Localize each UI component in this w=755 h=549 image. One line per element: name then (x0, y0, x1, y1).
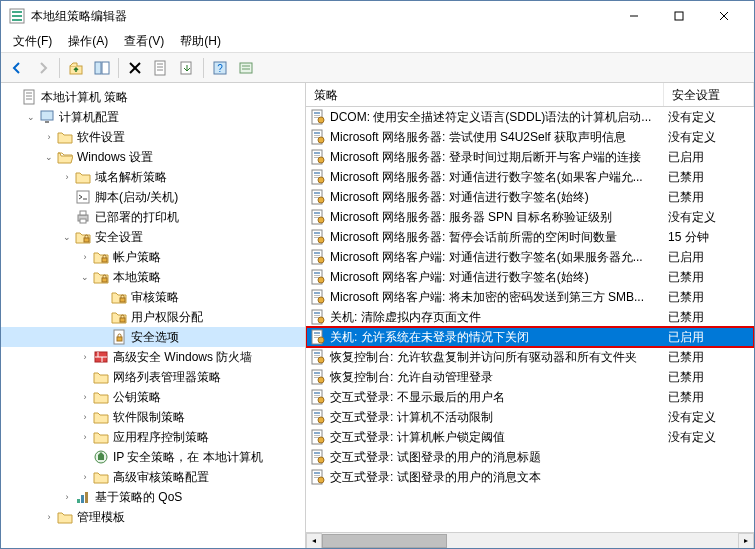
tree-node-scripts[interactable]: 脚本(启动/关机) (1, 187, 305, 207)
tree-pane[interactable]: 本地计算机 策略⌄计算机配置›软件设置⌄Windows 设置›域名解析策略脚本(… (1, 83, 306, 548)
policy-row[interactable]: 交互式登录: 不显示最后的用户名已禁用 (306, 387, 754, 407)
tree-node-audit-policy[interactable]: 审核策略 (1, 287, 305, 307)
scroll-thumb[interactable] (322, 534, 447, 548)
policy-row[interactable]: DCOM: 使用安全描述符定义语言(SDDL)语法的计算机启动...没有定义 (306, 107, 754, 127)
expander-icon[interactable] (95, 289, 111, 305)
svg-point-67 (318, 177, 324, 183)
expander-icon[interactable] (59, 189, 75, 205)
expander-icon[interactable] (95, 309, 111, 325)
policy-row[interactable]: 交互式登录: 试图登录的用户的消息标题 (306, 447, 754, 467)
scroll-right-button[interactable]: ▸ (738, 533, 754, 549)
policy-row[interactable]: 关机: 允许系统在未登录的情况下关闭已启用 (306, 327, 754, 347)
expander-icon[interactable]: › (41, 509, 57, 525)
policy-row[interactable]: Microsoft 网络服务器: 对通信进行数字签名(如果客户端允...已禁用 (306, 167, 754, 187)
tree-node-printers[interactable]: 已部署的打印机 (1, 207, 305, 227)
policy-row[interactable]: 交互式登录: 计算机帐户锁定阈值没有定义 (306, 427, 754, 447)
expander-icon[interactable]: › (77, 349, 93, 365)
delete-button[interactable] (123, 56, 147, 80)
tree-node-security-settings[interactable]: ⌄安全设置 (1, 227, 305, 247)
minimize-button[interactable] (611, 1, 656, 31)
policy-row[interactable]: Microsoft 网络客户端: 对通信进行数字签名(始终)已禁用 (306, 267, 754, 287)
tree-node-ip-security[interactable]: IP 安全策略，在 本地计算机 (1, 447, 305, 467)
expander-icon[interactable] (77, 369, 93, 385)
policy-row[interactable]: Microsoft 网络服务器: 尝试使用 S4U2Self 获取声明信息没有定… (306, 127, 754, 147)
forward-button[interactable] (31, 56, 55, 80)
policy-name: 恢复控制台: 允许自动管理登录 (330, 369, 493, 386)
policy-row[interactable]: Microsoft 网络客户端: 将未加密的密码发送到第三方 SMB...已禁用 (306, 287, 754, 307)
svg-rect-55 (314, 135, 320, 136)
tree-node-computer-config[interactable]: ⌄计算机配置 (1, 107, 305, 127)
tree-node-user-rights[interactable]: 用户权限分配 (1, 307, 305, 327)
menu-view[interactable]: 查看(V) (116, 31, 172, 52)
tree-node-qos[interactable]: ›基于策略的 QoS (1, 487, 305, 507)
tree-node-app-control[interactable]: ›应用程序控制策略 (1, 427, 305, 447)
menu-action[interactable]: 操作(A) (60, 31, 116, 52)
expander-icon[interactable]: › (77, 409, 93, 425)
back-button[interactable] (5, 56, 29, 80)
svg-point-62 (318, 157, 324, 163)
expander-icon[interactable]: › (59, 489, 75, 505)
policy-row[interactable]: Microsoft 网络服务器: 对通信进行数字签名(始终)已禁用 (306, 187, 754, 207)
tree-node-dns-policy[interactable]: ›域名解析策略 (1, 167, 305, 187)
tree-label: 应用程序控制策略 (113, 429, 209, 446)
tree-node-firewall[interactable]: ›高级安全 Windows 防火墙 (1, 347, 305, 367)
expander-icon[interactable]: › (77, 249, 93, 265)
properties-button[interactable] (149, 56, 173, 80)
expander-icon[interactable] (5, 89, 21, 105)
horizontal-scrollbar[interactable]: ◂ ▸ (306, 532, 754, 548)
tree-node-network-list[interactable]: 网络列表管理器策略 (1, 367, 305, 387)
policy-row[interactable]: 关机: 清除虚拟内存页面文件已禁用 (306, 307, 754, 327)
policy-row[interactable]: Microsoft 网络客户端: 对通信进行数字签名(如果服务器允...已启用 (306, 247, 754, 267)
svg-rect-10 (102, 62, 109, 74)
filter-button[interactable] (234, 56, 258, 80)
tree-node-admin-templates[interactable]: ›管理模板 (1, 507, 305, 527)
show-hide-tree-button[interactable] (90, 56, 114, 80)
policy-row[interactable]: 交互式登录: 试图登录的用户的消息文本 (306, 467, 754, 487)
tree-node-root[interactable]: 本地计算机 策略 (1, 87, 305, 107)
col-setting[interactable]: 安全设置 (664, 83, 754, 106)
expander-icon[interactable]: ⌄ (41, 149, 57, 165)
close-button[interactable] (701, 1, 746, 31)
expander-icon[interactable] (95, 329, 111, 345)
expander-icon[interactable]: ⌄ (77, 269, 93, 285)
expander-icon[interactable]: ⌄ (23, 109, 39, 125)
svg-rect-1 (12, 11, 22, 13)
expander-icon[interactable]: › (77, 389, 93, 405)
expander-icon[interactable] (77, 449, 93, 465)
menu-file[interactable]: 文件(F) (5, 31, 60, 52)
tree-node-account-policy[interactable]: ›帐户策略 (1, 247, 305, 267)
scroll-track[interactable] (322, 533, 738, 549)
window-title: 本地组策略编辑器 (31, 8, 611, 25)
scroll-left-button[interactable]: ◂ (306, 533, 322, 549)
tree-node-windows-settings[interactable]: ⌄Windows 设置 (1, 147, 305, 167)
tree-node-security-options[interactable]: 安全选项 (1, 327, 305, 347)
expander-icon[interactable]: › (77, 429, 93, 445)
maximize-button[interactable] (656, 1, 701, 31)
tree-node-software-restrict[interactable]: ›软件限制策略 (1, 407, 305, 427)
tree-node-software-settings[interactable]: ›软件设置 (1, 127, 305, 147)
tree-node-adv-audit[interactable]: ›高级审核策略配置 (1, 467, 305, 487)
list-body[interactable]: DCOM: 使用安全描述符定义语言(SDDL)语法的计算机启动...没有定义Mi… (306, 107, 754, 532)
help-button[interactable]: ? (208, 56, 232, 80)
expander-icon[interactable]: › (41, 129, 57, 145)
expander-icon[interactable] (59, 209, 75, 225)
tree-node-public-key[interactable]: ›公钥策略 (1, 387, 305, 407)
svg-rect-90 (314, 275, 320, 276)
expander-icon[interactable]: › (59, 169, 75, 185)
policy-row[interactable]: Microsoft 网络服务器: 登录时间过期后断开与客户端的连接已启用 (306, 147, 754, 167)
svg-rect-29 (77, 191, 89, 203)
policy-row[interactable]: Microsoft 网络服务器: 暂停会话前所需的空闲时间数量15 分钟 (306, 227, 754, 247)
expander-icon[interactable]: ⌄ (59, 229, 75, 245)
policy-row[interactable]: 恢复控制台: 允许自动管理登录已禁用 (306, 367, 754, 387)
policy-row[interactable]: 交互式登录: 计算机不活动限制没有定义 (306, 407, 754, 427)
policy-row[interactable]: 恢复控制台: 允许软盘复制并访问所有驱动器和所有文件夹已禁用 (306, 347, 754, 367)
policy-row[interactable]: Microsoft 网络服务器: 服务器 SPN 目标名称验证级别没有定义 (306, 207, 754, 227)
tree-node-local-policy[interactable]: ⌄本地策略 (1, 267, 305, 287)
expander-icon[interactable]: › (77, 469, 93, 485)
col-policy[interactable]: 策略 (306, 83, 664, 106)
up-button[interactable] (64, 56, 88, 80)
menu-help[interactable]: 帮助(H) (172, 31, 229, 52)
policy-value: 已禁用 (664, 369, 754, 386)
export-button[interactable] (175, 56, 199, 80)
policy-name: 恢复控制台: 允许软盘复制并访问所有驱动器和所有文件夹 (330, 349, 637, 366)
